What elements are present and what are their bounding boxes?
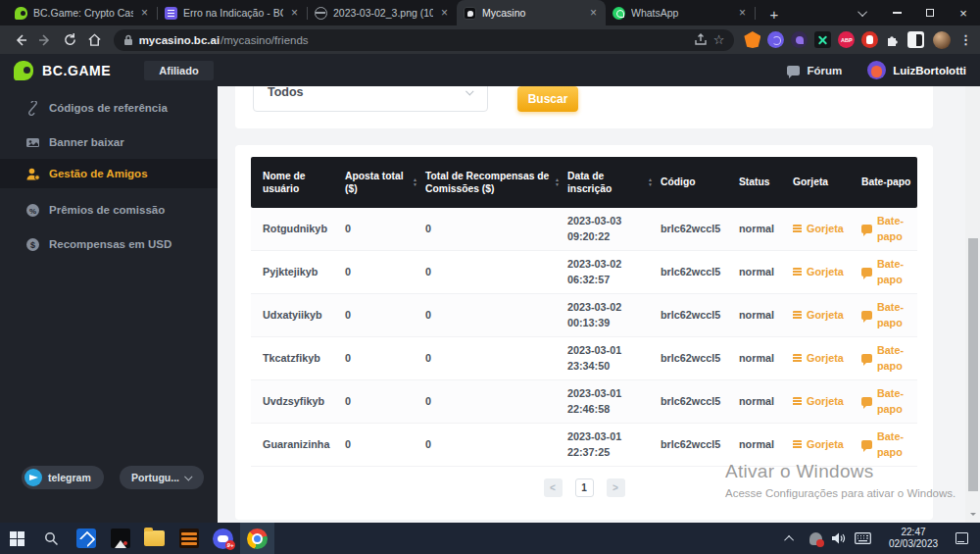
sidebar-item-friends-management[interactable]: Gestão de Amigos	[0, 159, 218, 188]
coins-icon	[793, 311, 802, 320]
chat-link[interactable]: Bate-papo	[854, 300, 917, 329]
sidebar-item-banner-download[interactable]: Banner baixar	[0, 128, 218, 156]
tab-close-icon[interactable]: ×	[588, 7, 599, 19]
address-bar[interactable]: mycasino.bc.ai /mycasino/friends ☆	[114, 29, 735, 51]
speaker-icon[interactable]	[831, 531, 846, 545]
window-minimize-button[interactable]	[880, 0, 913, 25]
window-close-button[interactable]: ×	[947, 0, 980, 25]
chat-link[interactable]: Bate-papo	[854, 214, 917, 243]
taskbar-search-button[interactable]	[34, 523, 69, 554]
hidden-icons-chevron[interactable]	[784, 534, 794, 544]
tip-link[interactable]: Gorjeta	[785, 394, 854, 409]
browser-tab-erro-indicacao[interactable]: Erro na Indicação - BC.Game ×	[158, 0, 307, 25]
browser-menu-icon[interactable]: ⋮	[959, 32, 972, 47]
start-button[interactable]	[0, 523, 34, 554]
chat-link[interactable]: Bate-papo	[854, 386, 917, 416]
tip-link[interactable]: Gorjeta	[785, 437, 854, 452]
telegram-icon	[24, 469, 42, 486]
forward-button[interactable]	[32, 27, 57, 53]
cell-total-rewards: 0	[417, 265, 560, 279]
sidebar-item-usd-rewards[interactable]: $ Recompensas em USD	[0, 230, 218, 258]
user-menu[interactable]: LuizBortolotti	[867, 61, 966, 79]
browser-tab-bcgame[interactable]: BC.Game: Crypto Casino Gam ×	[8, 0, 157, 25]
tip-link[interactable]: Gorjeta	[785, 351, 854, 366]
current-page[interactable]: 1	[575, 478, 594, 497]
table-row: Tkcatzfikyb 0 0 2023-03-01 23:34:50 brlc…	[251, 337, 917, 380]
tip-link[interactable]: Gorjeta	[785, 265, 854, 279]
forum-link[interactable]: Fórum	[787, 65, 842, 76]
language-selector[interactable]: Portugu...	[120, 466, 204, 489]
friend-person-icon	[25, 167, 40, 181]
bookmark-star-icon[interactable]: ☆	[713, 32, 725, 47]
next-page-button[interactable]: >	[607, 478, 625, 497]
reload-button[interactable]	[58, 27, 82, 53]
column-header-tip: Gorjeta	[785, 176, 854, 188]
share-icon[interactable]	[694, 33, 708, 46]
adblock-plus-extension-icon[interactable]: ABP	[838, 31, 855, 48]
column-header-date[interactable]: Data de inscrição ▲▼	[560, 170, 653, 196]
new-tab-button[interactable]: +	[761, 2, 787, 25]
tab-close-icon[interactable]: ×	[439, 7, 450, 19]
page-scrollbar[interactable]	[965, 86, 980, 523]
metamask-extension-icon[interactable]	[744, 31, 760, 48]
browser-profile-avatar[interactable]	[933, 31, 951, 49]
screen: BC.Game: Crypto Casino Gam × Erro na Ind…	[0, 0, 980, 554]
back-button[interactable]	[8, 27, 32, 53]
taskbar-app-dark[interactable]	[103, 523, 137, 554]
taskbar-app-anydesk[interactable]	[69, 523, 103, 554]
bcgame-logo-icon[interactable]	[14, 61, 33, 80]
previous-page-button[interactable]: <	[544, 478, 563, 497]
url-host: mycasino.bc.ai	[139, 34, 220, 46]
browser-tab-mycasino-active[interactable]: Mycasino ×	[457, 0, 606, 25]
tab-close-icon[interactable]: ×	[139, 7, 150, 19]
scroll-down-arrow-icon[interactable]	[970, 513, 976, 519]
brand-name[interactable]: BC.GAME	[42, 63, 111, 78]
windows-activation-watermark: Ativar o Windows Acesse Configurações pa…	[725, 461, 956, 499]
chat-bubble-icon	[861, 268, 872, 277]
filter-dropdown[interactable]: Todos	[253, 86, 488, 112]
column-header-rewards[interactable]: Total de Recompensas de Comissões ($) ▲▼	[417, 170, 560, 196]
browser-tab-whatsapp[interactable]: WhatsApp ×	[606, 0, 755, 25]
chat-link[interactable]: Bate-papo	[854, 343, 917, 373]
taskbar-file-explorer[interactable]	[137, 523, 172, 554]
browser-tab-png[interactable]: 2023-03-02_3.png (1024×76 ×	[308, 0, 457, 25]
home-button[interactable]	[82, 27, 107, 53]
extensions-puzzle-icon[interactable]	[885, 32, 901, 48]
cell-code: brlc62wccl5	[653, 265, 731, 279]
cell-total-rewards: 0	[417, 351, 560, 366]
taskbar-app-stripes[interactable]	[172, 523, 206, 554]
sidebar-item-referral-codes[interactable]: Códigos de referência	[0, 94, 218, 122]
window-maximize-button[interactable]	[913, 0, 947, 25]
sidebar-item-commission-prizes[interactable]: % Prêmios de comissão	[0, 196, 218, 224]
search-button[interactable]: Buscar	[517, 86, 578, 112]
taskbar-app-discord[interactable]: 9+	[206, 523, 240, 554]
table-row: Uvdzsyfikyb 0 0 2023-03-01 22:46:58 brlc…	[251, 380, 917, 424]
whatsapp-favicon	[612, 7, 625, 20]
chat-link[interactable]: Bate-papo	[854, 429, 917, 459]
column-header-bet[interactable]: Aposta total ($) ▲▼	[337, 170, 417, 196]
cell-code: brlc62wccl5	[653, 222, 731, 236]
percent-circle-icon: %	[25, 203, 40, 218]
tip-link[interactable]: Gorjeta	[785, 222, 854, 236]
tab-search-chevron-icon[interactable]	[847, 0, 880, 25]
tab-close-icon[interactable]: ×	[289, 7, 300, 19]
purple-extension-icon[interactable]	[767, 31, 784, 48]
scrollbar-thumb[interactable]	[968, 238, 978, 491]
tip-link[interactable]: Gorjeta	[785, 308, 854, 323]
white-square-extension-icon[interactable]	[907, 31, 924, 48]
taskbar-chrome-active[interactable]	[240, 523, 274, 554]
cell-signup-date: 2023-03-02 00:13:39	[560, 300, 653, 329]
affiliate-tab[interactable]: Afiliado	[144, 61, 213, 80]
green-x-extension-icon[interactable]	[814, 31, 831, 48]
telegram-button[interactable]: telegram	[22, 466, 104, 489]
action-center-icon[interactable]	[956, 532, 968, 544]
tray-status-icon[interactable]	[809, 532, 822, 545]
chat-link[interactable]: Bate-papo	[854, 257, 917, 286]
cell-signup-date: 2023-03-01 22:37:25	[560, 429, 653, 459]
dark-purple-extension-icon[interactable]	[791, 31, 808, 48]
orange-stripes-app-icon	[179, 529, 199, 548]
taskbar-clock[interactable]: 22:47 02/03/2023	[883, 527, 944, 550]
keyboard-icon[interactable]	[855, 532, 871, 544]
tab-close-icon[interactable]: ×	[737, 7, 748, 19]
blocker-hand-extension-icon[interactable]	[861, 31, 878, 48]
